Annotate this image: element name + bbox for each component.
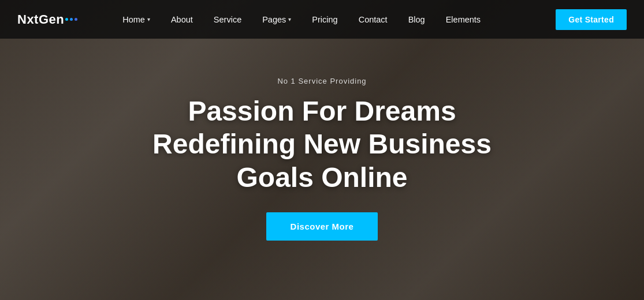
nav-label-service: Service <box>214 15 241 24</box>
nav-item-pages: Pages ▾ <box>252 0 301 39</box>
logo-dot-3 <box>75 18 77 21</box>
nav-label-contact: Contact <box>359 15 388 24</box>
nav-label-elements: Elements <box>446 15 481 24</box>
nav-item-home: Home ▾ <box>112 0 161 39</box>
nav-label-blog: Blog <box>408 15 425 24</box>
hero-title: Passion For Dreams Redefining New Busine… <box>120 95 524 194</box>
nav-links: Home ▾ About Service Pages ▾ <box>112 0 556 39</box>
navbar: NxtGen Home ▾ About Service <box>0 0 644 39</box>
nav-item-blog: Blog <box>398 0 435 39</box>
get-started-button[interactable]: Get Started <box>556 9 627 30</box>
hero-section: NxtGen Home ▾ About Service <box>0 0 644 300</box>
nav-item-service: Service <box>203 0 252 39</box>
nav-label-about: About <box>171 15 193 24</box>
nav-link-blog[interactable]: Blog <box>398 0 435 39</box>
logo[interactable]: NxtGen <box>17 12 77 27</box>
nav-label-pages: Pages <box>262 15 286 24</box>
nav-label-pricing: Pricing <box>312 15 337 24</box>
chevron-down-icon-pages: ▾ <box>288 16 291 22</box>
nav-link-home[interactable]: Home ▾ <box>112 0 161 39</box>
nav-link-elements[interactable]: Elements <box>435 0 491 39</box>
hero-subtitle: No 1 Service Providing <box>120 77 524 85</box>
discover-more-button[interactable]: Discover More <box>266 212 378 241</box>
logo-dot-2 <box>70 18 73 21</box>
logo-dot-1 <box>65 18 68 21</box>
chevron-down-icon: ▾ <box>147 16 150 22</box>
nav-link-pages[interactable]: Pages ▾ <box>252 0 301 39</box>
nav-item-pricing: Pricing <box>301 0 348 39</box>
nav-link-pricing[interactable]: Pricing <box>301 0 348 39</box>
nav-item-elements: Elements <box>435 0 491 39</box>
nav-item-about: About <box>161 0 203 39</box>
logo-text: NxtGen <box>17 12 64 27</box>
nav-link-contact[interactable]: Contact <box>348 0 398 39</box>
nav-item-contact: Contact <box>348 0 398 39</box>
nav-label-home: Home <box>122 15 145 24</box>
hero-content: No 1 Service Providing Passion For Dream… <box>109 77 536 241</box>
logo-dots <box>65 18 77 21</box>
nav-link-service[interactable]: Service <box>203 0 252 39</box>
nav-link-about[interactable]: About <box>161 0 203 39</box>
